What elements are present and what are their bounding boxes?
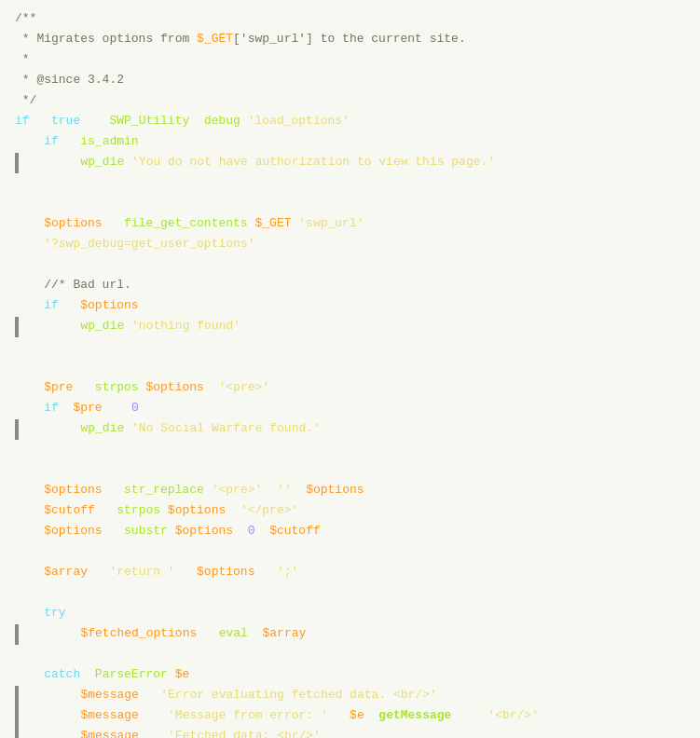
line-32: } xyxy=(15,645,685,665)
line-36: $message .= 'Fetched data: <br/>'; xyxy=(15,727,685,738)
code-line: $message .= 'Message from error: ' . $e-… xyxy=(22,706,685,726)
code-line xyxy=(15,194,685,213)
line-23 xyxy=(15,460,685,481)
code-line: * @since 3.4.2 xyxy=(15,71,685,90)
line-26: $options = substr($options, 0, $cutoff); xyxy=(15,522,685,542)
code-line: $message = 'Error evaluating fetched dat… xyxy=(22,686,685,705)
line-33: catch (ParseError $e) { xyxy=(15,665,685,686)
code-line: $pre = strpos($options, '<pre>'); xyxy=(15,378,685,398)
code-line: $options = str_replace('<pre>', '', $opt… xyxy=(15,481,685,500)
code-line: } xyxy=(15,337,685,357)
code-line: */ xyxy=(15,91,685,111)
line-21: wp_die('No Social Warfare found.'); xyxy=(15,419,685,440)
line-3: * xyxy=(15,50,685,71)
code-line: } xyxy=(15,173,685,193)
code-container: /** * Migrates options from $_GET['swp_u… xyxy=(0,0,700,738)
line-9: } xyxy=(15,173,685,194)
line-10 xyxy=(15,194,685,214)
code-line xyxy=(15,255,685,275)
code-line: * xyxy=(15,50,685,70)
line-2: * Migrates options from $_GET['swp_url']… xyxy=(15,30,685,50)
line-6: if ( true == SWP_Utility::debug('load_op… xyxy=(15,112,685,132)
code-line: $array = 'return ' . $options . ';'; xyxy=(15,563,685,582)
line-17: } xyxy=(15,337,685,358)
code-line: } xyxy=(15,440,685,459)
line-22: } xyxy=(15,440,685,460)
code-line: $options = file_get_contents($_GET['swp_… xyxy=(15,214,685,234)
line-24: $options = str_replace('<pre>', '', $opt… xyxy=(15,481,685,501)
code-line: wp_die('nothing found'); xyxy=(22,317,685,336)
code-line xyxy=(15,542,685,562)
line-7: if (!is_admin()) { xyxy=(15,132,685,153)
line-11: $options = file_get_contents($_GET['swp_… xyxy=(15,214,685,235)
line-28: $array = 'return ' . $options . ';'; xyxy=(15,563,685,583)
line-13 xyxy=(15,255,685,276)
code-line: $fetched_options = eval( $array ); xyxy=(22,624,685,644)
line-18 xyxy=(15,358,685,378)
line-19: $pre = strpos($options, '<pre>'); xyxy=(15,378,685,399)
code-line: catch (ParseError $e) { xyxy=(15,665,685,685)
code-line: '?swp_debug=get_user_options'); xyxy=(15,235,685,254)
code-line xyxy=(15,583,685,603)
line-34: $message = 'Error evaluating fetched dat… xyxy=(15,686,685,706)
code-block: /** * Migrates options from $_GET['swp_u… xyxy=(0,9,700,738)
line-27 xyxy=(15,542,685,563)
line-30: try { xyxy=(15,604,685,624)
code-line: /** xyxy=(15,9,685,29)
code-line: wp_die('No Social Warfare found.'); xyxy=(22,419,685,439)
line-8: wp_die('You do not have authorization to… xyxy=(15,153,685,173)
line-16: wp_die('nothing found'); xyxy=(15,317,685,337)
code-line: $message .= 'Fetched data: <br/>'; xyxy=(22,727,685,738)
line-29 xyxy=(15,583,685,604)
code-line: } xyxy=(15,645,685,664)
code-line: try { xyxy=(15,604,685,623)
code-line: if (!is_admin()) { xyxy=(15,132,685,152)
line-31: $fetched_options = eval( $array ); xyxy=(15,624,685,645)
code-line: wp_die('You do not have authorization to… xyxy=(22,153,685,172)
line-1: /** xyxy=(15,9,685,30)
line-4: * @since 3.4.2 xyxy=(15,71,685,91)
code-line: //* Bad url. xyxy=(15,276,685,295)
code-line: $cutoff = strpos($options, '</pre>'); xyxy=(15,501,685,521)
line-14: //* Bad url. xyxy=(15,276,685,296)
code-line: if ( true == SWP_Utility::debug('load_op… xyxy=(15,112,685,131)
code-line xyxy=(15,358,685,377)
code-line: * Migrates options from $_GET['swp_url']… xyxy=(15,30,685,49)
code-line: if ($pre != 0) { xyxy=(15,399,685,418)
code-line xyxy=(15,460,685,480)
code-line: if (!$options) { xyxy=(15,296,685,316)
line-25: $cutoff = strpos($options, '</pre>'); xyxy=(15,501,685,522)
code-line: $options = substr($options, 0, $cutoff); xyxy=(15,522,685,541)
line-12: '?swp_debug=get_user_options'); xyxy=(15,235,685,255)
line-20: if ($pre != 0) { xyxy=(15,399,685,419)
line-35: $message .= 'Message from error: ' . $e-… xyxy=(15,706,685,727)
line-5: */ xyxy=(15,91,685,112)
line-15: if (!$options) { xyxy=(15,296,685,317)
